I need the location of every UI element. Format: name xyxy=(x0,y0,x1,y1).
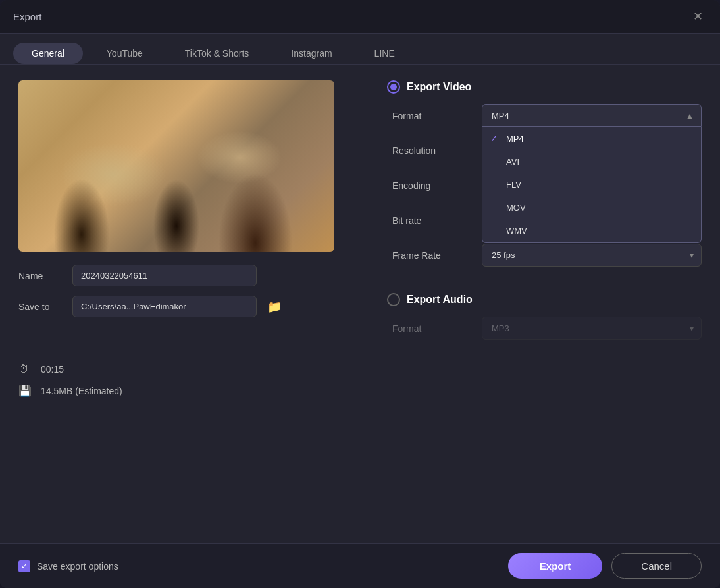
resolution-label: Resolution xyxy=(392,146,471,156)
bottom-bar: ✓ Save export options Export Cancel xyxy=(0,543,720,588)
bitrate-label: Bit rate xyxy=(392,215,471,226)
framerate-label: Frame Rate xyxy=(392,250,471,261)
close-button[interactable]: ✕ xyxy=(689,9,707,24)
tab-youtube[interactable]: YouTube xyxy=(88,43,161,64)
dialog-title: Export xyxy=(13,11,41,22)
export-audio-radio[interactable] xyxy=(387,293,400,306)
format-label: Format xyxy=(392,111,471,121)
audio-format-select-wrapper: MP3 ▾ xyxy=(482,317,702,340)
main-content: Name Save to 📁 ⏱ 00:15 💾 14.5MB (Estimat xyxy=(0,65,720,543)
size-value: 14.5MB (Estimated) xyxy=(41,386,122,396)
tabs-row: General YouTube TikTok & Shorts Instagra… xyxy=(0,34,720,65)
framerate-select[interactable]: 25 fps xyxy=(482,244,702,267)
audio-format-label: Format xyxy=(392,323,471,334)
video-form: Format MP4 ▲ ✓ MP4 xyxy=(387,104,702,267)
name-label: Name xyxy=(18,271,64,281)
stats-section: ⏱ 00:15 💾 14.5MB (Estimated) xyxy=(18,363,361,397)
checkbox-check-icon: ✓ xyxy=(21,562,28,571)
save-to-input[interactable] xyxy=(72,296,257,317)
save-to-field-row: Save to 📁 xyxy=(18,296,361,317)
export-dialog: Export ✕ General YouTube TikTok & Shorts… xyxy=(0,0,720,588)
framerate-select-wrapper: 25 fps ▾ xyxy=(482,244,702,267)
export-button[interactable]: Export xyxy=(508,553,603,579)
clock-icon: ⏱ xyxy=(18,363,33,375)
right-panel: Export Video Format MP4 ▲ ✓ xyxy=(387,80,702,527)
save-options-row: ✓ Save export options xyxy=(18,560,118,572)
title-bar: Export ✕ xyxy=(0,0,720,34)
export-video-section: Export Video Format MP4 ▲ ✓ xyxy=(387,80,702,267)
dropdown-item-mov[interactable]: MOV xyxy=(482,196,701,219)
export-video-label: Export Video xyxy=(407,81,471,93)
format-dropdown-list: ✓ MP4 AVI FLV MOV xyxy=(482,127,702,243)
encoding-label: Encoding xyxy=(392,180,471,191)
export-video-header: Export Video xyxy=(387,80,702,94)
meta-fields: Name Save to 📁 xyxy=(18,265,361,317)
save-options-label: Save export options xyxy=(37,561,118,572)
size-stat: 💾 14.5MB (Estimated) xyxy=(18,385,361,397)
dropdown-item-avi[interactable]: AVI xyxy=(482,150,701,173)
name-input[interactable] xyxy=(72,265,257,286)
dropdown-item-flv[interactable]: FLV xyxy=(482,173,701,196)
audio-form: Format MP3 ▾ xyxy=(387,317,702,340)
left-panel: Name Save to 📁 ⏱ 00:15 💾 14.5MB (Estimat xyxy=(18,80,361,527)
export-audio-section: Export Audio Format MP3 ▾ xyxy=(387,293,702,340)
export-video-radio[interactable] xyxy=(387,80,400,94)
check-icon: ✓ xyxy=(490,134,498,144)
save-to-label: Save to xyxy=(18,302,64,312)
duration-value: 00:15 xyxy=(41,364,64,375)
save-options-checkbox[interactable]: ✓ xyxy=(18,560,30,572)
tab-instagram[interactable]: Instagram xyxy=(272,43,350,64)
format-select-wrapper: MP4 ▲ ✓ MP4 AVI xyxy=(482,104,702,127)
disk-icon: 💾 xyxy=(18,385,33,397)
dropdown-item-mp4[interactable]: ✓ MP4 xyxy=(482,127,701,150)
cancel-button[interactable]: Cancel xyxy=(611,553,702,579)
people-overlay xyxy=(18,80,334,252)
browse-folder-button[interactable]: 📁 xyxy=(265,297,284,317)
format-select[interactable]: MP4 xyxy=(482,104,702,127)
export-audio-label: Export Audio xyxy=(407,294,473,306)
action-buttons: Export Cancel xyxy=(508,553,702,579)
tab-general[interactable]: General xyxy=(13,43,83,64)
duration-stat: ⏱ 00:15 xyxy=(18,363,361,375)
tab-tiktok[interactable]: TikTok & Shorts xyxy=(167,43,268,64)
export-audio-header: Export Audio xyxy=(387,293,702,306)
audio-format-select: MP3 xyxy=(482,317,702,340)
name-field-row: Name xyxy=(18,265,361,286)
dropdown-item-wmv[interactable]: WMV xyxy=(482,219,701,242)
video-preview xyxy=(18,80,334,252)
tab-line[interactable]: LINE xyxy=(356,43,413,64)
video-canvas xyxy=(18,80,334,252)
